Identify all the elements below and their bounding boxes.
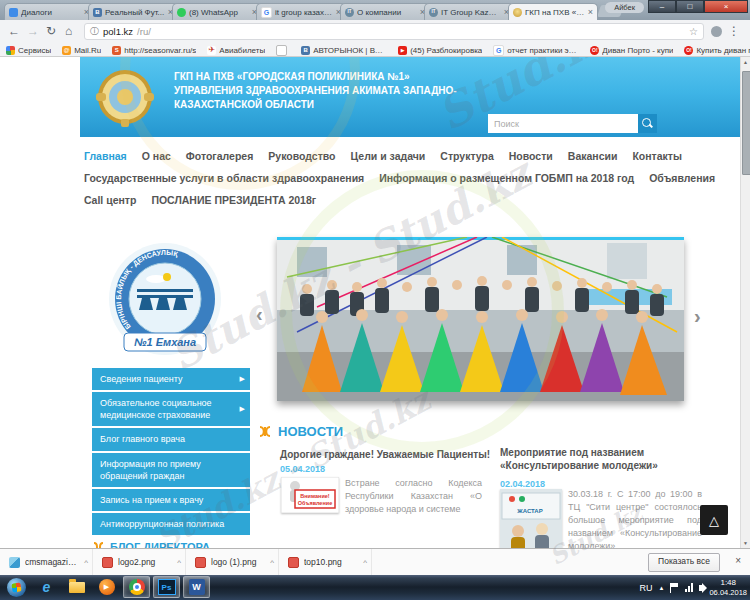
speaker-icon[interactable]: [699, 585, 703, 591]
nav-structure[interactable]: Структура: [440, 150, 493, 162]
sidebar-item-doctor-appointment[interactable]: Запись на прием к врачу: [92, 489, 250, 511]
sidebar-item-anticorruption[interactable]: Антикоррупционная политика: [92, 513, 250, 535]
nav-contacts[interactable]: Контакты: [632, 150, 682, 162]
photoshop-button[interactable]: Ps: [153, 576, 180, 598]
nav-gobmp-info[interactable]: Информация о размещенном ГОБМП на 2018 г…: [379, 172, 634, 184]
nav-home[interactable]: Главная: [84, 150, 127, 162]
download-item[interactable]: cmsmagazine.jpg ^: [0, 549, 93, 575]
sidebar-item-insurance[interactable]: Обязательное социальное медицинское стра…: [92, 392, 250, 426]
bookmark-seasonvar[interactable]: S http://seasonvar.ru/s: [112, 46, 196, 55]
nav-vacancies[interactable]: Вакансии: [568, 150, 618, 162]
scroll-down-icon[interactable]: ▼: [741, 540, 750, 546]
bookmark-autorynok[interactable]: B АВТОРЫНОК | ВАЗ Д: [301, 46, 387, 55]
download-chevron-icon[interactable]: ^: [270, 558, 274, 567]
tab-title: Реальный Фут...: [105, 8, 165, 17]
bookmark-mailru[interactable]: @ Mail.Ru: [62, 46, 101, 55]
tab-about-company[interactable]: IT О компании ×: [340, 3, 430, 20]
search-button[interactable]: [638, 114, 657, 133]
tab-vk[interactable]: B Реальный Фут... ×: [88, 3, 178, 20]
news-heading: НОВОСТИ: [258, 424, 343, 439]
bookmark-divan-porto[interactable]: О! Диван Порто - купи: [590, 46, 673, 55]
carousel-next-icon[interactable]: ›: [694, 306, 701, 326]
scroll-to-top-button[interactable]: △: [700, 505, 728, 535]
news-item-title[interactable]: Дорогие граждане! Уважаемые Пациенты!: [280, 448, 495, 461]
network-icon[interactable]: [685, 583, 693, 592]
bookmark-services[interactable]: Сервисы: [6, 46, 51, 55]
home-icon[interactable]: ⌂: [65, 23, 72, 40]
tab-close-icon[interactable]: ×: [588, 8, 593, 17]
file-explorer-button[interactable]: [63, 576, 90, 598]
sidebar-item-citizen-appeals[interactable]: Информация по приему обращений граждан: [92, 453, 250, 487]
nav-news[interactable]: Новости: [509, 150, 553, 162]
airplane-icon: ✈: [207, 46, 216, 55]
nav-president-address[interactable]: ПОСЛАНИЕ ПРЕЗИДЕНТА 2018г: [151, 194, 316, 206]
internet-explorer-button[interactable]: e: [33, 576, 60, 598]
site-title-line1: ГКП НА ПХВ «ГОРОДСКАЯ ПОЛИКЛИНИКА №1»: [174, 70, 594, 84]
nav-photogallery[interactable]: Фотогалерея: [186, 150, 254, 162]
sidebar-item-label: Сведения пациенту: [100, 374, 182, 384]
tab-dialogs[interactable]: Диалоги ×: [4, 3, 94, 20]
nav-gov-services[interactable]: Государственные услуги в области здравоо…: [84, 172, 364, 184]
browser-profile-chip[interactable]: Айбек: [605, 2, 644, 13]
nav-call-center[interactable]: Call центр: [84, 194, 136, 206]
bookmark-label: Авиабилеты: [219, 46, 265, 55]
action-center-flag-icon[interactable]: [670, 583, 679, 593]
tray-expand-icon[interactable]: ▲: [659, 585, 665, 591]
scroll-up-icon[interactable]: ▲: [741, 59, 750, 65]
scrollbar-thumb[interactable]: [742, 71, 750, 175]
download-item[interactable]: logo2.png ^: [93, 549, 186, 575]
menu-icon[interactable]: ⋮: [728, 23, 740, 40]
site-title-line3: КАЗАХСТАНСКОЙ ОБЛАСТИ: [174, 98, 594, 112]
tab-title: Диалоги: [21, 8, 81, 17]
word-icon: W: [189, 579, 205, 595]
media-player-button[interactable]: ▶: [93, 576, 120, 598]
tab-it-group[interactable]: IT IT Group Kazakh... ×: [424, 3, 514, 20]
language-indicator[interactable]: RU: [640, 583, 653, 593]
window-minimize-button[interactable]: –: [648, 0, 676, 13]
download-chevron-icon[interactable]: ^: [177, 558, 181, 567]
window-maximize-button[interactable]: □: [676, 0, 704, 13]
tab-polyclinic-active[interactable]: ГКП на ПХВ «Го... ×: [508, 3, 598, 20]
download-chevron-icon[interactable]: ^: [84, 558, 88, 567]
close-downloads-icon[interactable]: ×: [735, 555, 741, 566]
news-item-thumbnail[interactable]: Внимание! Объявление: [281, 477, 339, 513]
taskbar-clock[interactable]: 1:48 06.04.2018: [709, 578, 747, 597]
nav-leadership[interactable]: Руководство: [268, 150, 335, 162]
show-all-downloads-button[interactable]: Показать все: [648, 553, 720, 572]
tab-google-search[interactable]: G it group казахст... ×: [256, 3, 346, 20]
news-item-thumbnail[interactable]: ЖАСТАР: [500, 489, 562, 548]
window-close-button[interactable]: ×: [704, 0, 748, 13]
page-info-icon[interactable]: ⓘ: [90, 25, 99, 38]
download-item[interactable]: top10.png ^: [279, 549, 372, 575]
bookmark-tickets[interactable]: ✈ Авиабилеты: [207, 46, 265, 55]
internet-explorer-icon: e: [43, 579, 51, 595]
bookmark-page[interactable]: [276, 45, 290, 56]
carousel-prev-icon[interactable]: ‹: [256, 304, 263, 324]
address-bar[interactable]: ⓘ pol1.kz /ru/ ☆: [84, 23, 704, 40]
news-item-title[interactable]: Мероприятие под названием «Консультирова…: [500, 446, 690, 472]
nav-announcements[interactable]: Объявления: [649, 172, 715, 184]
download-chevron-icon[interactable]: ^: [363, 558, 367, 567]
forward-icon[interactable]: →: [27, 23, 39, 40]
nav-about[interactable]: О нас: [142, 150, 171, 162]
word-button[interactable]: W: [183, 576, 210, 598]
start-button[interactable]: [3, 576, 30, 598]
bookmark-star-icon[interactable]: ☆: [689, 26, 698, 37]
search-input[interactable]: [488, 114, 638, 133]
sidebar-item-chief-doctor-blog[interactable]: Блог главного врача: [92, 428, 250, 450]
carousel-photo[interactable]: [277, 237, 684, 401]
bookmark-report[interactable]: G отчет практики элек: [493, 45, 579, 56]
page-scrollbar[interactable]: ▲ ▼: [740, 57, 750, 548]
extension-icon[interactable]: [711, 26, 722, 37]
nav-goals[interactable]: Цели и задачи: [351, 150, 426, 162]
download-item[interactable]: logo (1).png ^: [186, 549, 279, 575]
back-icon[interactable]: ←: [8, 23, 20, 40]
sidebar-item-patient-info[interactable]: Сведения пациенту ▶: [92, 368, 250, 390]
news-item-date: 05.04.2018: [280, 464, 325, 474]
bookmark-youtube[interactable]: ▶ (45) Разблокировка: [398, 46, 482, 55]
blog-director-heading[interactable]: БЛОГ ДИРЕКТОРА: [92, 541, 210, 548]
bookmark-divan-buy[interactable]: О! Купить диван по низ: [684, 46, 750, 55]
refresh-icon[interactable]: ↻: [46, 23, 56, 40]
tab-whatsapp[interactable]: (8) WhatsApp ×: [172, 3, 262, 20]
chrome-button[interactable]: [123, 576, 150, 598]
